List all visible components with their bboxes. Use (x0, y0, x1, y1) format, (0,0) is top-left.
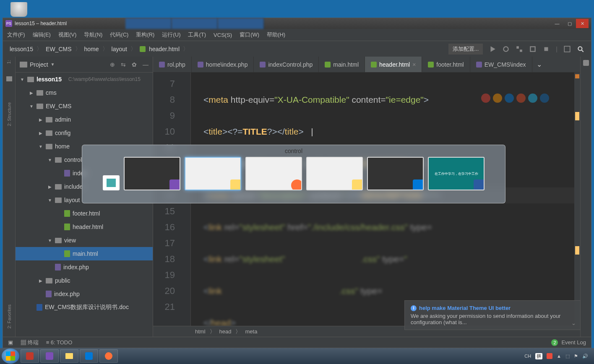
status-tool-icon[interactable]: ▣ (8, 339, 13, 346)
terminal-tab[interactable]: ▦ 终端 (21, 339, 39, 346)
code-breadcrumb-item[interactable]: head (219, 328, 232, 335)
svg-rect-3 (564, 46, 570, 52)
tree-item[interactable]: index.php (16, 260, 153, 274)
start-button[interactable] (2, 348, 19, 364)
tabs-overflow-icon[interactable]: ⌄ (532, 57, 546, 72)
alt-tab-item[interactable] (245, 157, 302, 190)
alt-tab-item[interactable] (103, 175, 120, 190)
tree-item[interactable]: ▶admin (16, 113, 153, 126)
notification-popup[interactable]: ihelp make Material Theme UI better We a… (404, 300, 581, 330)
code-breadcrumb-item[interactable]: meta (245, 328, 257, 335)
editor-tab[interactable]: footer.html (422, 57, 470, 72)
coverage-icon[interactable] (516, 45, 523, 53)
speaker-icon[interactable]: 🔊 (582, 354, 588, 359)
file-type-icon (198, 62, 203, 68)
menu-navigate[interactable]: 导航(N) (84, 31, 102, 39)
dropdown-icon[interactable]: ▼ (51, 62, 55, 67)
alt-tab-item[interactable] (124, 157, 180, 190)
browser-preview-icons[interactable] (481, 94, 549, 103)
tree-item[interactable]: EW_CMS数据库设计说明书.doc (16, 301, 153, 314)
tray-chevron-icon[interactable]: ▲ (557, 354, 561, 359)
sogou-icon[interactable] (547, 353, 552, 359)
alt-tab-item[interactable] (367, 157, 424, 190)
tree-item[interactable]: ▼view (16, 234, 153, 247)
editor-tab[interactable]: indexControl.php (254, 57, 319, 72)
editor-tab[interactable]: header.html× (365, 57, 422, 72)
editor-tab[interactable]: home\index.php (192, 57, 254, 72)
editor-tab[interactable]: rol.php (153, 57, 192, 72)
menu-run[interactable]: 运行(U) (162, 31, 180, 39)
breadcrumb-item[interactable]: layout (112, 46, 127, 52)
collapse-icon[interactable]: ⇆ (121, 61, 126, 68)
alt-tab-title: control (285, 148, 302, 154)
run-icon[interactable] (489, 45, 496, 53)
tree-item[interactable]: ▶public (16, 274, 153, 287)
breadcrumb-item[interactable]: EW_CMS (46, 46, 71, 52)
file-type-icon (371, 62, 377, 68)
ime-icon[interactable]: CH (524, 354, 531, 359)
tree-item[interactable]: ▶cms (16, 86, 153, 99)
breadcrumb-item[interactable]: lesson15 (10, 46, 33, 52)
action-center-icon[interactable]: ⚑ (574, 354, 578, 359)
line-number: 21 (153, 299, 175, 315)
folder-mini-icon[interactable] (6, 76, 12, 81)
menu-help[interactable]: 帮助(H) (267, 31, 285, 39)
hide-icon[interactable]: — (143, 61, 148, 68)
menu-window[interactable]: 窗口(W) (240, 31, 259, 39)
debug-icon[interactable] (502, 45, 510, 53)
alt-tab-item-selected[interactable] (185, 157, 241, 190)
tree-item[interactable]: header.html (16, 220, 153, 234)
target-icon[interactable]: ⊕ (110, 61, 115, 68)
menu-view[interactable]: 视图(V) (58, 31, 76, 39)
alt-tab-item[interactable]: 在工作中学习，在学习中工作 (428, 157, 485, 190)
profiler-icon[interactable] (529, 45, 537, 53)
stop-icon[interactable] (542, 45, 550, 53)
sidebar-project-tab[interactable]: 1:项目 (6, 60, 12, 64)
error-stripe[interactable] (574, 73, 580, 326)
menu-tools[interactable]: 工具(T) (188, 31, 206, 39)
task-item[interactable] (40, 349, 59, 363)
close-icon[interactable]: × (412, 61, 416, 68)
layout-icon[interactable] (563, 45, 571, 53)
tree-item[interactable]: ▶config (16, 126, 153, 140)
gear-icon[interactable]: ✿ (132, 61, 137, 68)
menu-file[interactable]: 文件(F) (7, 31, 25, 39)
explorer-badge-icon (352, 179, 363, 190)
maximize-button[interactable]: ▢ (563, 19, 576, 28)
chevron-down-icon[interactable]: ⌄ (571, 320, 576, 326)
editor-tab[interactable]: main.html (319, 57, 365, 72)
tree-root[interactable]: lesson15 (36, 76, 62, 83)
sidebar-structure-tab[interactable]: 2: Structure (7, 102, 12, 126)
tree-item[interactable]: footer.html (16, 207, 153, 220)
menu-edit[interactable]: 编辑(E) (33, 31, 51, 39)
search-icon[interactable] (577, 45, 584, 53)
editor-tab[interactable]: EW_CMS\index (470, 57, 532, 72)
tree-item[interactable]: ▼EW_CMS (16, 99, 153, 113)
menu-vcs[interactable]: VCS(S) (214, 32, 232, 38)
project-tree[interactable]: ▼lesson15 C:\wamp64\www\class\lesson15 ▶… (16, 73, 153, 337)
network-icon[interactable]: ⬚ (565, 354, 570, 359)
system-tray[interactable]: CH 拼 ▲ ⬚ ⚑ 🔊 (524, 353, 592, 359)
database-icon[interactable] (583, 60, 589, 66)
menu-code[interactable]: 代码(C) (110, 31, 128, 39)
close-button[interactable]: ✕ (576, 19, 589, 28)
code-breadcrumb-item[interactable]: html (195, 328, 206, 335)
breadcrumb-item[interactable]: home (84, 46, 99, 52)
run-config-button[interactable]: 添加配置... (448, 44, 483, 55)
recycle-bin-icon[interactable] (10, 2, 27, 17)
task-item[interactable] (21, 349, 39, 363)
alt-tab-switcher[interactable]: control 在工作中学习，在学习中工作 (82, 145, 505, 203)
menu-refactor[interactable]: 重构(R) (136, 31, 154, 39)
sidebar-favorites-tab[interactable]: 2: Favorites (7, 304, 12, 328)
task-item[interactable] (99, 349, 118, 363)
task-item[interactable] (60, 349, 78, 363)
breadcrumb-item[interactable]: header.html (149, 46, 180, 52)
event-log-tab[interactable]: Event Log (561, 339, 586, 346)
ime-mode-icon[interactable]: 拼 (535, 353, 542, 359)
task-item[interactable] (80, 349, 98, 363)
todo-tab[interactable]: ≡ 6: TODO (46, 339, 73, 346)
tree-item[interactable]: index.php (16, 287, 153, 301)
minimize-button[interactable]: — (551, 19, 563, 28)
tree-item[interactable]: main.html (16, 247, 153, 260)
alt-tab-item[interactable] (306, 157, 363, 190)
